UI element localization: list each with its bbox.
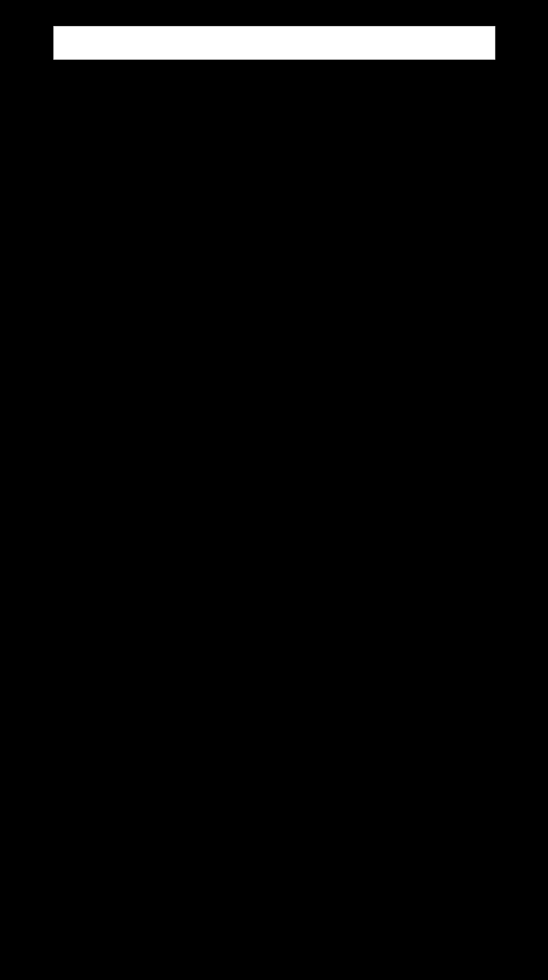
summary-box xyxy=(53,26,495,60)
summary-rows xyxy=(73,40,475,46)
